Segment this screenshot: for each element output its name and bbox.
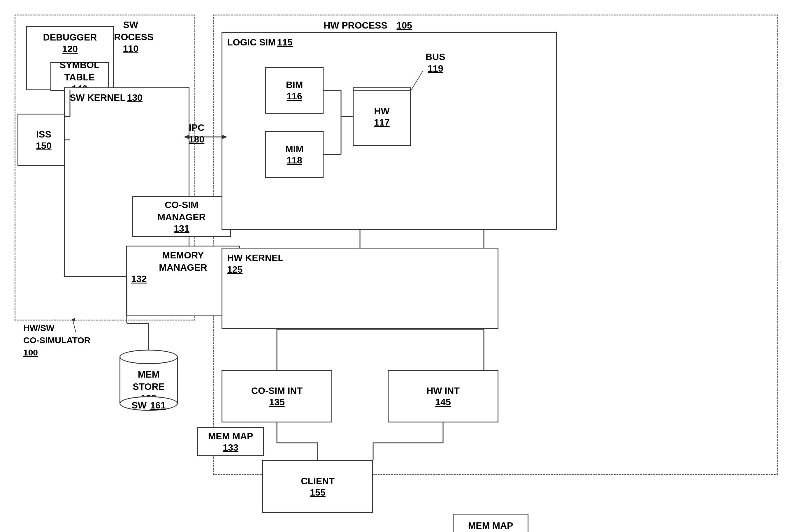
symbol-table-box: SYMBOL TABLE 140 (51, 62, 109, 91)
bim-box: BIM 116 (265, 67, 324, 114)
iss-box: ISS 150 (18, 114, 70, 166)
cylinder-bottom: SW 161 (119, 396, 178, 411)
hwsw-annotation: HW/SW CO-SIMULATOR 100 (23, 322, 91, 359)
hw-int-box: HW INT 145 (388, 370, 498, 422)
cosim-manager-box: CO-SIM MANAGER 131 (132, 196, 231, 237)
mim-box: MIM 118 (265, 131, 324, 178)
client-box: CLIENT 155 (262, 460, 373, 513)
mem-store-cylinder: MEM STORE 160 SW 161 (119, 349, 178, 425)
debugger-box: DEBUGGER 120 SYMBOL TABLE 140 (26, 26, 114, 90)
hw-kernel-box: HW KERNEL 125 MEM MAP 133 (222, 248, 498, 329)
hw-process-label: HW PROCESS 105 (324, 18, 412, 32)
cylinder-top (119, 349, 178, 364)
mem-map-sw-box: MEM MAP 133 (197, 427, 264, 456)
bus-label: BUS 119 (426, 51, 445, 74)
diagram-container: SW PROCESS 110 HW PROCESS 105 DEBUGGER 1… (9, 9, 784, 525)
hw-box: HW 117 (353, 88, 411, 146)
sw-process-label: SW PROCESS 110 (108, 19, 153, 55)
ipc-label: IPC 180 (189, 122, 204, 145)
mem-store-container: MEM STORE 160 SW 161 (119, 349, 178, 425)
cosim-int-box: CO-SIM INT 135 (222, 370, 332, 422)
sw-kernel-box: SW KERNEL 130 CO-SIM MANAGER 131 MEMORY … (64, 88, 189, 277)
mem-map-hw-box: MEM MAP 133 (453, 514, 529, 532)
